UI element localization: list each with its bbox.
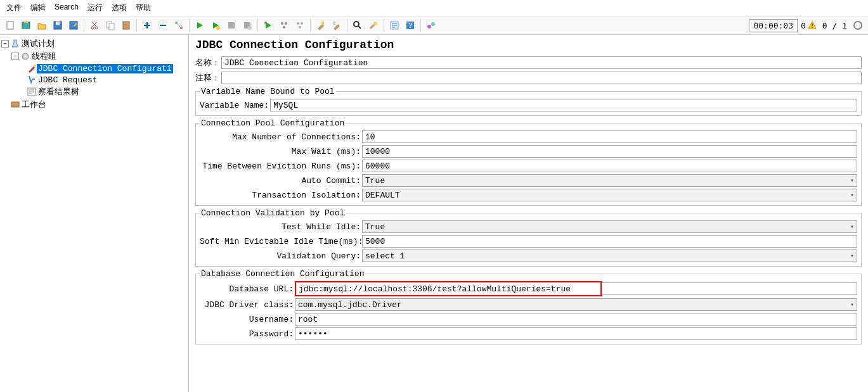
db-url-label: Database URL: [200, 284, 295, 294]
tree-node-view-results[interactable]: 察看结果树 [0, 85, 188, 98]
new-icon[interactable] [3, 18, 18, 33]
svg-point-17 [248, 26, 252, 30]
thread-count: 0 / 1 [820, 21, 850, 30]
svg-rect-15 [228, 22, 235, 28]
svg-point-19 [281, 22, 283, 25]
remote-start-icon[interactable] [261, 18, 276, 33]
soft-min-input[interactable] [362, 235, 857, 248]
copy-icon[interactable] [103, 18, 118, 33]
name-label: 名称： [195, 57, 221, 68]
chevron-down-icon: ▾ [850, 223, 854, 231]
tree-toggle[interactable]: − [11, 53, 19, 60]
comment-input[interactable] [221, 72, 862, 84]
svg-point-12 [175, 22, 178, 24]
test-plan-tree[interactable]: − 测试计划 − 线程组 JDBC Connection Configurati… [0, 35, 189, 392]
svg-rect-37 [34, 65, 36, 66]
max-wait-input[interactable] [362, 145, 857, 158]
open-icon[interactable] [34, 18, 49, 33]
svg-point-13 [180, 27, 183, 29]
svg-rect-2 [24, 21, 28, 23]
toolbar: ? 00:00:03 0 ! 0 / 1 [0, 16, 868, 35]
auto-commit-select[interactable]: True▾ [362, 174, 857, 187]
tree-node-jdbc-config[interactable]: JDBC Connection Configurati [0, 63, 188, 74]
svg-rect-4 [56, 22, 60, 25]
menu-edit[interactable]: 编辑 [27, 1, 49, 15]
warning-count: 0 ! [798, 21, 819, 30]
menu-search[interactable]: Search [51, 1, 82, 15]
svg-point-32 [431, 22, 435, 26]
jdbc-driver-select[interactable]: com.mysql.jdbc.Driver▾ [295, 298, 857, 311]
password-label: Password: [200, 329, 295, 339]
variable-name-input[interactable] [270, 99, 857, 111]
tree-node-thread-group[interactable]: − 线程组 [0, 50, 188, 63]
shutdown-icon[interactable] [240, 18, 255, 33]
svg-point-31 [427, 25, 431, 28]
menu-bar: 文件 编辑 Search 运行 选项 帮助 [0, 0, 868, 16]
username-label: Username: [200, 315, 295, 324]
svg-rect-5 [70, 22, 77, 29]
search-icon[interactable] [350, 18, 365, 33]
clear-icon[interactable] [313, 18, 328, 33]
max-conn-input[interactable] [362, 130, 857, 143]
svg-rect-9 [109, 23, 114, 30]
stop-icon[interactable] [224, 18, 239, 33]
save-as-icon[interactable] [66, 18, 81, 33]
test-idle-select[interactable]: True▾ [362, 220, 857, 233]
variable-name-label: Variable Name: [200, 101, 270, 110]
svg-point-7 [95, 27, 98, 29]
paste-icon[interactable] [119, 18, 134, 33]
remote-stop-all-icon[interactable] [292, 18, 308, 33]
chevron-down-icon: ▾ [850, 191, 854, 199]
svg-rect-0 [7, 22, 13, 29]
start-no-timers-icon[interactable] [208, 18, 223, 33]
templates-icon[interactable] [18, 18, 34, 33]
jdbc-driver-label: JDBC Driver class: [200, 300, 295, 310]
connection-pool-group: Connection Pool Configuration Max Number… [195, 118, 862, 206]
status-indicator-icon [850, 18, 865, 33]
reset-search-icon[interactable] [366, 18, 381, 33]
tree-toggle[interactable]: − [1, 40, 9, 47]
function-helper-icon[interactable] [387, 18, 402, 33]
svg-text:!: ! [810, 23, 813, 29]
db-url-input[interactable] [296, 282, 600, 295]
save-icon[interactable] [50, 18, 65, 33]
svg-point-36 [24, 55, 27, 58]
config-panel: JDBC Connection Configuration 名称： 注释： Va… [189, 35, 868, 392]
menu-options[interactable]: 选项 [108, 1, 131, 15]
tree-node-workbench[interactable]: 工作台 [0, 98, 188, 111]
clear-all-icon[interactable] [329, 18, 344, 33]
menu-file[interactable]: 文件 [3, 1, 25, 15]
toggle-icon[interactable] [171, 18, 186, 33]
auto-commit-label: Auto Commit: [200, 176, 362, 186]
variable-pool-group: Variable Name Bound to Pool Variable Nam… [195, 87, 862, 116]
tree-node-jdbc-request[interactable]: JDBC Request [0, 74, 188, 85]
validation-query-select[interactable]: select 1▾ [362, 250, 857, 262]
svg-point-20 [285, 22, 287, 25]
remote-start-all-icon[interactable] [276, 18, 292, 33]
svg-point-34 [854, 22, 862, 29]
svg-point-26 [354, 22, 359, 27]
username-input[interactable] [295, 313, 857, 326]
comment-label: 注释： [195, 72, 221, 84]
max-wait-label: Max Wait (ms): [200, 147, 362, 156]
name-input[interactable] [221, 56, 862, 69]
eviction-input[interactable] [362, 160, 857, 172]
start-icon[interactable] [192, 18, 207, 33]
gear-icon [20, 51, 30, 61]
help-icon[interactable]: ? [403, 18, 418, 33]
collapse-icon[interactable] [155, 18, 171, 33]
svg-point-18 [264, 22, 267, 24]
menu-help[interactable]: 帮助 [132, 1, 155, 15]
warning-icon: ! [808, 21, 817, 30]
svg-point-22 [297, 22, 299, 25]
password-input[interactable] [295, 327, 857, 340]
menu-run[interactable]: 运行 [84, 1, 107, 15]
svg-point-14 [216, 26, 220, 30]
tree-node-test-plan[interactable]: − 测试计划 [0, 37, 188, 50]
plugin-icon[interactable] [424, 18, 439, 33]
connection-validation-legend: Connection Validation by Pool [200, 208, 346, 218]
expand-icon[interactable] [139, 18, 155, 33]
tx-isolation-select[interactable]: DEFAULT▾ [362, 189, 857, 201]
cut-icon[interactable] [87, 18, 102, 33]
soft-min-label: Soft Min Evictable Idle Time(ms): [200, 237, 362, 246]
